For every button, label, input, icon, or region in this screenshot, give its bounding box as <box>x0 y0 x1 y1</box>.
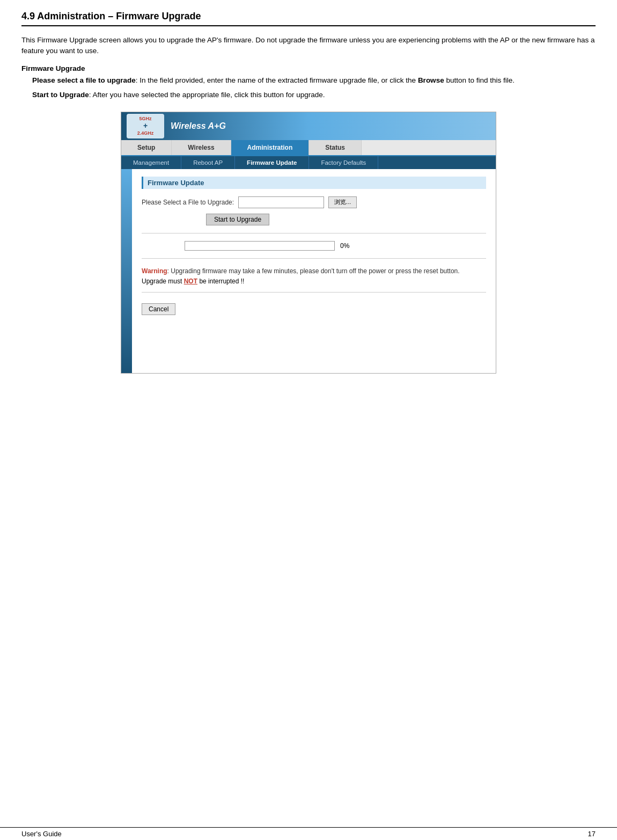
page-title: 4.9 Administration – Firmware Upgrade <box>21 11 596 26</box>
start-upgrade-bold: Start to Upgrade <box>32 91 89 99</box>
subnav-management[interactable]: Management <box>121 156 181 169</box>
main-content: Firmware Update Please Select a File to … <box>132 169 496 373</box>
start-upgrade-button[interactable]: Start to Upgrade <box>206 214 269 225</box>
router-content: Firmware Update Please Select a File to … <box>121 169 496 373</box>
logo-bottom-text: 2.4GHz <box>137 130 154 136</box>
browse-button[interactable]: 浏览... <box>328 196 357 208</box>
warning-body: : Upgrading firmware may take a few minu… <box>167 267 460 275</box>
please-select-bold: Please select a file to upgrade <box>32 76 136 84</box>
interrupt-para: Upgrade must NOT be interrupted !! <box>142 276 486 287</box>
progress-label: 0% <box>340 242 349 250</box>
section-body: Please select a file to upgrade: In the … <box>32 75 596 101</box>
interrupt-text1: Upgrade must <box>142 277 184 285</box>
firmware-section-heading: Firmware Upgrade <box>21 64 596 72</box>
tab-setup[interactable]: Setup <box>121 140 172 155</box>
tab-wireless[interactable]: Wireless <box>172 140 231 155</box>
divider-2 <box>142 258 486 259</box>
subnav-firmware-update[interactable]: Firmware Update <box>235 156 309 169</box>
warning-para: Warning: Upgrading firmware may take a f… <box>142 266 486 276</box>
page-footer: User's Guide 17 <box>0 827 617 840</box>
content-layout: Firmware Update Please Select a File to … <box>121 169 496 373</box>
page-container: 4.9 Administration – Firmware Upgrade Th… <box>0 0 617 406</box>
router-logo: 5GHz + 2.4GHz <box>127 114 164 138</box>
please-select-para: Please select a file to upgrade: In the … <box>32 75 596 86</box>
warning-section: Warning: Upgrading firmware may take a f… <box>142 266 486 287</box>
router-screenshot: 5GHz + 2.4GHz Wireless A+G Setup Wireles… <box>121 112 496 374</box>
subnav-factory-defaults[interactable]: Factory Defaults <box>309 156 378 169</box>
footer-left: User's Guide <box>21 830 62 838</box>
tab-administration[interactable]: Administration <box>231 140 310 155</box>
nav-tabs: Setup Wireless Administration Status <box>121 140 496 156</box>
file-label: Please Select a File to Upgrade: <box>142 199 234 206</box>
sub-nav: Management Reboot AP Firmware Update Fac… <box>121 156 496 169</box>
logo-plus-text: + <box>143 121 148 130</box>
not-text: NOT <box>184 277 197 285</box>
cancel-button[interactable]: Cancel <box>142 303 175 315</box>
file-select-row: Please Select a File to Upgrade: 浏览... <box>142 196 486 208</box>
logo-brand: Wireless A+G <box>171 121 226 131</box>
please-select-body: : In the field provided, enter the name … <box>136 76 418 84</box>
section-title-bar: Firmware Update <box>142 177 486 189</box>
footer-right: 17 <box>588 830 596 838</box>
intro-text: This Firmware Upgrade screen allows you … <box>21 35 596 57</box>
bottom-divider <box>142 292 486 293</box>
progress-section: 0% <box>185 241 486 251</box>
warning-label: Warning <box>142 267 167 275</box>
router-header: 5GHz + 2.4GHz Wireless A+G <box>121 112 496 140</box>
interrupt-text2: be interrupted !! <box>197 277 244 285</box>
logo-top-text: 5GHz <box>139 116 151 122</box>
browse-bold: Browse <box>418 76 444 84</box>
start-upgrade-body: : After you have selected the appropriat… <box>89 91 325 99</box>
file-input[interactable] <box>238 196 324 208</box>
browse-body: button to find this file. <box>444 76 515 84</box>
divider-1 <box>142 233 486 233</box>
progress-bar-container <box>185 241 335 251</box>
subnav-reboot[interactable]: Reboot AP <box>181 156 235 169</box>
left-sidebar <box>121 169 132 373</box>
tab-status[interactable]: Status <box>309 140 362 155</box>
start-upgrade-para: Start to Upgrade: After you have selecte… <box>32 89 596 101</box>
